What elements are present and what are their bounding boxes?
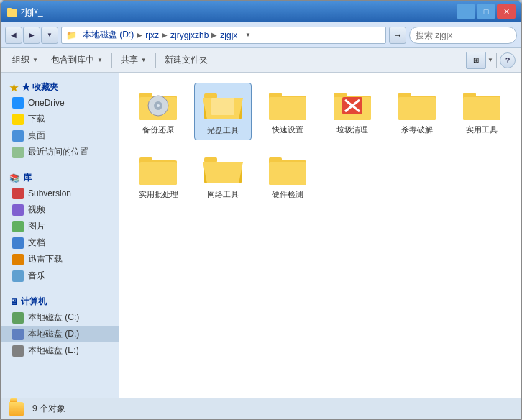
file-item-wangluogongju[interactable]: 网络工具 bbox=[194, 147, 252, 204]
file-label-yingjianjianci: 硬件检测 bbox=[272, 189, 303, 199]
search-input[interactable] bbox=[409, 27, 517, 44]
folder-icon-beifenhuanyuan bbox=[138, 87, 178, 122]
computer-icon: 🖥 bbox=[9, 297, 18, 307]
breadcrumb-part-3[interactable]: zjrygjxzhb bbox=[169, 30, 210, 40]
include-label: 包含到库中 bbox=[51, 54, 94, 66]
file-item-beifenhuanyuan[interactable]: 备份还原 bbox=[129, 83, 187, 140]
svg-rect-1 bbox=[7, 8, 12, 11]
folder-icon-wangluogongju bbox=[203, 152, 243, 186]
music-icon bbox=[12, 270, 24, 282]
sidebar-item-label-music: 音乐 bbox=[28, 270, 45, 282]
svg-rect-23 bbox=[398, 97, 436, 120]
file-label-lajiqingli: 垃圾清理 bbox=[336, 124, 368, 134]
sidebar-item-disk-e[interactable]: 本地磁盘 (E:) bbox=[1, 342, 119, 359]
sidebar-item-video[interactable]: 视频 bbox=[1, 201, 119, 218]
include-button[interactable]: 包含到库中 ▼ bbox=[45, 51, 109, 70]
svg-rect-26 bbox=[463, 97, 500, 120]
disk-e-icon bbox=[12, 345, 24, 357]
close-button[interactable]: ✕ bbox=[497, 4, 516, 19]
forward-button[interactable]: ▶ bbox=[23, 27, 40, 44]
video-icon bbox=[12, 204, 24, 216]
organize-button[interactable]: 组织 ▼ bbox=[6, 51, 44, 70]
sidebar-item-disk-c[interactable]: 本地磁盘 (C:) bbox=[1, 309, 119, 326]
breadcrumb-part-4[interactable]: zjgjx_ bbox=[219, 30, 244, 40]
toolbar-separator-2 bbox=[155, 53, 156, 68]
address-field[interactable]: 📁 本地磁盘 (D:) ▶ rjxz ▶ zjrygjxzhb ▶ zjgjx_… bbox=[61, 27, 386, 44]
go-icon: → bbox=[393, 29, 402, 40]
sidebar-item-label-desktop: 桌面 bbox=[28, 129, 45, 142]
file-item-shiyonggongju[interactable]: 实用工具 bbox=[453, 83, 510, 140]
svg-rect-35 bbox=[269, 162, 306, 185]
sidebar-library-header[interactable]: 📚 库 bbox=[1, 169, 119, 186]
sidebar-item-desktop[interactable]: 桌面 bbox=[1, 127, 119, 144]
library-icon: 📚 bbox=[9, 173, 20, 183]
file-item-shiyongpichuli[interactable]: 实用批处理 bbox=[129, 147, 187, 204]
picture-icon bbox=[12, 221, 24, 232]
share-label: 共享 bbox=[121, 54, 138, 66]
file-item-kuaisushezhi[interactable]: 快速设置 bbox=[259, 83, 316, 140]
breadcrumb-part-1[interactable]: 本地磁盘 (D:) bbox=[81, 29, 135, 41]
sidebar-computer-label: 计算机 bbox=[21, 296, 47, 308]
sidebar-item-label-doc: 文档 bbox=[28, 237, 45, 249]
file-label-wangluogongju: 网络工具 bbox=[207, 189, 239, 199]
title-bar-left: zjgjx_ bbox=[6, 6, 43, 17]
desktop-icon bbox=[12, 130, 24, 142]
breadcrumb-sep-2: ▶ bbox=[162, 31, 168, 39]
maximize-button[interactable]: □ bbox=[477, 4, 495, 19]
svg-rect-8 bbox=[204, 93, 217, 99]
toolbar-separator-3 bbox=[496, 53, 497, 68]
share-button[interactable]: 共享 ▼ bbox=[115, 51, 152, 70]
svg-rect-30 bbox=[204, 158, 217, 163]
sidebar-item-music[interactable]: 音乐 bbox=[1, 268, 119, 284]
file-item-shamipojie[interactable]: 杀毒破解 bbox=[388, 83, 446, 140]
star-icon: ★ bbox=[9, 82, 19, 93]
sidebar-item-label-disk-e: 本地磁盘 (E:) bbox=[28, 344, 79, 357]
sidebar-computer-section: 🖥 计算机 本地磁盘 (C:) 本地磁盘 (D:) 本地磁盘 (E:) bbox=[1, 293, 119, 359]
sidebar-item-onedrive[interactable]: OneDrive bbox=[1, 95, 119, 111]
window-icon bbox=[6, 6, 18, 17]
file-grid: 备份还原 光盘工具 bbox=[127, 80, 514, 207]
file-item-lajiqingli[interactable]: 垃圾清理 bbox=[324, 83, 381, 140]
file-item-yingjianjianci[interactable]: 硬件检测 bbox=[259, 147, 316, 204]
toolbar-separator-1 bbox=[111, 53, 112, 68]
view-dropdown-icon: ▼ bbox=[487, 57, 493, 63]
new-folder-button[interactable]: 新建文件夹 bbox=[159, 51, 214, 70]
sidebar-favorites-header[interactable]: ★ ★ 收藏夹 bbox=[1, 78, 119, 95]
breadcrumb: 📁 本地磁盘 (D:) ▶ rjxz ▶ zjrygjxzhb ▶ zjgjx_… bbox=[66, 29, 251, 41]
disk-c-icon bbox=[12, 312, 24, 324]
folder-icon-shiyonggongju bbox=[462, 87, 502, 122]
file-label-beifenhuanyuan: 备份还原 bbox=[142, 124, 174, 134]
download-icon bbox=[12, 114, 24, 125]
minimize-button[interactable]: ─ bbox=[457, 4, 475, 19]
sidebar-item-picture[interactable]: 图片 bbox=[1, 218, 119, 234]
dropdown-button[interactable]: ▼ bbox=[41, 27, 58, 44]
folder-icon-shamipojie bbox=[397, 87, 437, 122]
sidebar-item-download[interactable]: 下载 bbox=[1, 111, 119, 127]
help-button[interactable]: ? bbox=[500, 52, 516, 68]
back-button[interactable]: ◀ bbox=[5, 27, 22, 44]
nav-buttons: ◀ ▶ ▼ bbox=[5, 27, 58, 44]
file-label-guangpangongju: 光盘工具 bbox=[207, 125, 239, 135]
file-item-guangpangongju[interactable]: 光盘工具 bbox=[194, 83, 252, 140]
folder-icon-lajiqingli bbox=[332, 87, 372, 122]
sidebar-item-recent[interactable]: 最近访问的位置 bbox=[1, 144, 119, 160]
breadcrumb-part-2[interactable]: rjxz bbox=[144, 30, 160, 40]
file-label-shamipojie: 杀毒破解 bbox=[401, 124, 433, 134]
file-label-kuaisushezhi: 快速设置 bbox=[272, 124, 303, 134]
view-button[interactable]: ⊞ bbox=[466, 52, 486, 69]
sidebar-item-doc[interactable]: 文档 bbox=[1, 234, 119, 251]
sidebar-item-subversion[interactable]: Subversion bbox=[1, 186, 119, 201]
explorer-window: zjgjx_ ─ □ ✕ ◀ ▶ ▼ 📁 本地磁盘 (D:) ▶ rjxz ▶ … bbox=[0, 0, 522, 420]
svg-marker-32 bbox=[203, 162, 243, 183]
organize-label: 组织 bbox=[12, 54, 29, 66]
sidebar-item-label-download: 下载 bbox=[28, 113, 45, 125]
go-button[interactable]: → bbox=[389, 27, 406, 44]
svg-point-7 bbox=[157, 104, 160, 107]
svg-rect-11 bbox=[211, 98, 234, 115]
sidebar-item-thunder[interactable]: 迅雷下载 bbox=[1, 251, 119, 268]
sidebar-item-disk-d[interactable]: 本地磁盘 (D:) bbox=[1, 326, 119, 342]
toolbar: 组织 ▼ 包含到库中 ▼ 共享 ▼ 新建文件夹 ⊞ ▼ ? bbox=[1, 48, 521, 73]
sidebar-computer-header[interactable]: 🖥 计算机 bbox=[1, 293, 119, 309]
thunder-icon bbox=[12, 254, 24, 265]
sidebar-item-label-onedrive: OneDrive bbox=[28, 98, 65, 108]
